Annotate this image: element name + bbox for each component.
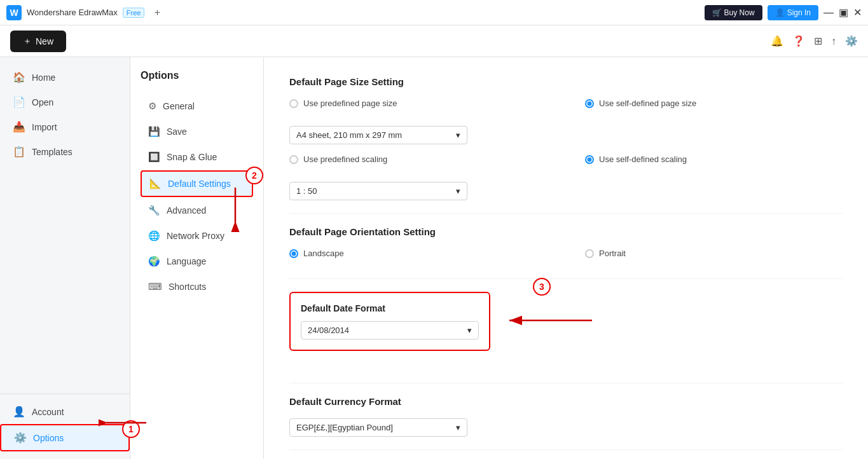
page-size-title: Default Page Size Setting [289, 76, 843, 87]
app-name: Wondershare EdrawMax [27, 8, 118, 17]
predefined-scaling-radio-group: Use predefined scaling [289, 154, 547, 164]
minimize-button[interactable]: — [823, 7, 834, 18]
share-icon[interactable]: ↑ [831, 36, 836, 47]
general-icon: ⚙ [148, 100, 156, 112]
self-defined-scaling-label: Use self-defined scaling [599, 154, 687, 164]
close-button[interactable]: ✕ [853, 6, 862, 18]
page-size-dropdown[interactable]: A4 sheet, 210 mm x 297 mm ▾ [289, 126, 467, 144]
main-content: Default Page Size Setting Use predefined… [264, 57, 868, 459]
chevron-down-icon: ▾ [456, 423, 460, 432]
options-menu-default-settings[interactable]: 📐 Default Settings 2 [141, 170, 253, 197]
options-menu-shortcuts[interactable]: ⌨ Shortcuts [141, 275, 253, 299]
date-format-dropdown[interactable]: 24/08/2014 ▾ [301, 321, 479, 339]
scaling-dropdown[interactable]: 1 : 50 ▾ [289, 182, 467, 200]
portrait-radio[interactable] [585, 249, 594, 258]
help-icon[interactable]: ❓ [792, 35, 805, 47]
scaling-options: Use predefined scaling Use self-defined … [289, 154, 843, 172]
snap-glue-icon: 🔲 [148, 151, 160, 163]
sidebar-item-import[interactable]: 📥 Import [0, 114, 130, 139]
maximize-button[interactable]: ▣ [839, 6, 848, 18]
plus-icon: ＋ [23, 36, 32, 47]
new-button[interactable]: ＋ New [10, 31, 66, 52]
app-logo: W [6, 5, 22, 20]
page-size-options: Use predefined page size Use self-define… [289, 99, 843, 116]
self-defined-scaling-radio-group: Use self-defined scaling [585, 154, 843, 164]
landscape-radio[interactable] [289, 249, 298, 258]
landscape-radio-group: Landscape [289, 249, 547, 258]
settings-icon[interactable]: ⚙️ [845, 35, 858, 47]
page-orientation-options: Landscape Portrait [289, 249, 843, 266]
buy-now-button[interactable]: 🛒 Buy Now [705, 5, 762, 20]
options-menu-language[interactable]: 🌍 Language [141, 249, 253, 273]
annotation-badge-1: 1 [122, 420, 140, 438]
open-icon: 📄 [13, 96, 25, 108]
sidebar-item-home[interactable]: 🏠 Home [0, 65, 130, 90]
predefined-scaling-label: Use predefined scaling [303, 154, 387, 164]
self-defined-page-size-label: Use self-defined page size [599, 99, 696, 108]
sign-in-button[interactable]: 👤 Sign In [768, 5, 818, 20]
annotation-badge-2: 2 [245, 167, 263, 184]
options-panel: Options ⚙ General 💾 Save 🔲 Snap & Glue 📐… [130, 57, 264, 459]
annotation-3-container: 3 [533, 278, 551, 296]
predefined-page-size-label: Use predefined page size [303, 99, 397, 108]
templates-icon: 📋 [13, 146, 25, 158]
portrait-label: Portrait [599, 249, 626, 258]
options-menu-general[interactable]: ⚙ General [141, 94, 253, 118]
import-icon: 📥 [13, 121, 25, 133]
options-menu-network-proxy[interactable]: 🌐 Network Proxy [141, 224, 253, 248]
notification-icon[interactable]: 🔔 [771, 35, 783, 47]
predefined-page-size-radio[interactable] [289, 99, 298, 108]
options-icon: ⚙️ [14, 432, 27, 444]
user-icon: 👤 [775, 8, 785, 17]
annotation-badge-3: 3 [533, 278, 551, 296]
save-icon: 💾 [148, 126, 160, 137]
title-bar: W Wondershare EdrawMax Free + 🛒 Buy Now … [0, 0, 868, 25]
left-sidebar: 🏠 Home 📄 Open 📥 Import 📋 Templates 👤 Acc… [0, 57, 130, 459]
chevron-down-icon: ▾ [456, 130, 460, 140]
free-badge: Free [123, 8, 145, 18]
network-proxy-icon: 🌐 [148, 230, 160, 242]
sidebar-item-open[interactable]: 📄 Open [0, 90, 130, 114]
sidebar-item-templates[interactable]: 📋 Templates [0, 139, 130, 164]
home-icon: 🏠 [13, 71, 25, 83]
chevron-down-icon: ▾ [456, 186, 460, 196]
self-defined-page-size-radio[interactable] [585, 99, 594, 108]
predefined-scaling-radio[interactable] [289, 155, 298, 164]
currency-format-title: Default Currency Format [289, 396, 843, 407]
shortcuts-icon: ⌨ [148, 281, 162, 292]
account-icon: 👤 [13, 406, 25, 418]
main-layout: 🏠 Home 📄 Open 📥 Import 📋 Templates 👤 Acc… [0, 57, 868, 459]
date-format-section: Default Date Format 24/08/2014 ▾ 3 [289, 292, 490, 364]
date-format-title: Default Date Format [301, 303, 479, 313]
default-settings-icon: 📐 [149, 178, 162, 189]
date-format-box: Default Date Format 24/08/2014 ▾ [289, 292, 490, 351]
chevron-down-icon: ▾ [467, 325, 472, 335]
arrow-annotation-3 [503, 311, 598, 330]
language-icon: 🌍 [148, 256, 160, 267]
sidebar-item-account[interactable]: 👤 Account [0, 399, 130, 424]
options-menu-snap-glue[interactable]: 🔲 Snap & Glue [141, 145, 253, 169]
portrait-radio-group: Portrait [585, 249, 843, 258]
predefined-page-size-radio-group: Use predefined page size [289, 99, 547, 108]
self-defined-scaling-radio[interactable] [585, 155, 594, 164]
advanced-icon: 🔧 [148, 205, 160, 216]
grid-icon[interactable]: ⊞ [814, 35, 822, 47]
options-panel-title: Options [141, 70, 253, 81]
options-menu-advanced[interactable]: 🔧 Advanced [141, 198, 253, 223]
header-toolbar: ＋ New 🔔 ❓ ⊞ ↑ ⚙️ [0, 25, 868, 57]
options-menu-save[interactable]: 💾 Save [141, 120, 253, 144]
page-orientation-title: Default Page Orientation Setting [289, 226, 843, 237]
landscape-label: Landscape [303, 249, 344, 258]
cart-icon: 🛒 [712, 8, 722, 17]
self-defined-page-size-radio-group: Use self-defined page size [585, 99, 843, 108]
new-tab-button[interactable]: + [149, 5, 165, 20]
currency-format-dropdown[interactable]: EGP[££,][Egyptian Pound] ▾ [289, 418, 467, 437]
sidebar-item-options[interactable]: ⚙️ Options 1 [0, 424, 130, 451]
